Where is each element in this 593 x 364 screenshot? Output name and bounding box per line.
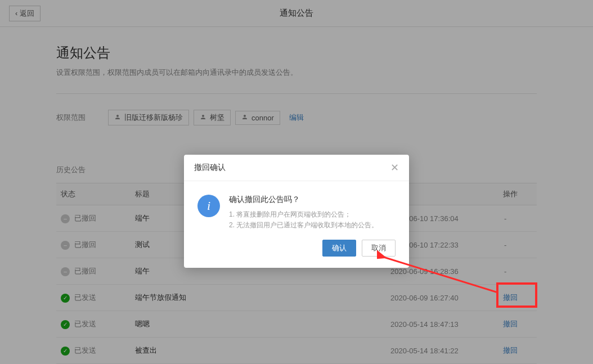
recall-confirm-modal: 撤回确认 ✕ i 确认撤回此公告吗？ 1. 将直接删除用户在网页端收到的公告； … (184, 155, 409, 268)
close-icon[interactable]: ✕ (390, 161, 399, 174)
cancel-button[interactable]: 取消 (362, 240, 396, 257)
modal-line-1: 1. 将直接删除用户在网页端收到的公告； (229, 209, 396, 220)
modal-header: 撤回确认 ✕ (184, 155, 409, 181)
modal-body: i 确认撤回此公告吗？ 1. 将直接删除用户在网页端收到的公告； 2. 无法撤回… (184, 181, 409, 240)
info-icon: i (197, 195, 220, 217)
modal-line-2: 2. 无法撤回用户已通过客户端收取到本地的公告。 (229, 220, 396, 231)
modal-footer: 确认 取消 (184, 240, 409, 268)
confirm-button[interactable]: 确认 (322, 240, 356, 257)
modal-question: 确认撤回此公告吗？ (229, 195, 396, 205)
modal-content-text: 确认撤回此公告吗？ 1. 将直接删除用户在网页端收到的公告； 2. 无法撤回用户… (229, 195, 396, 231)
modal-title: 撤回确认 (194, 163, 226, 173)
